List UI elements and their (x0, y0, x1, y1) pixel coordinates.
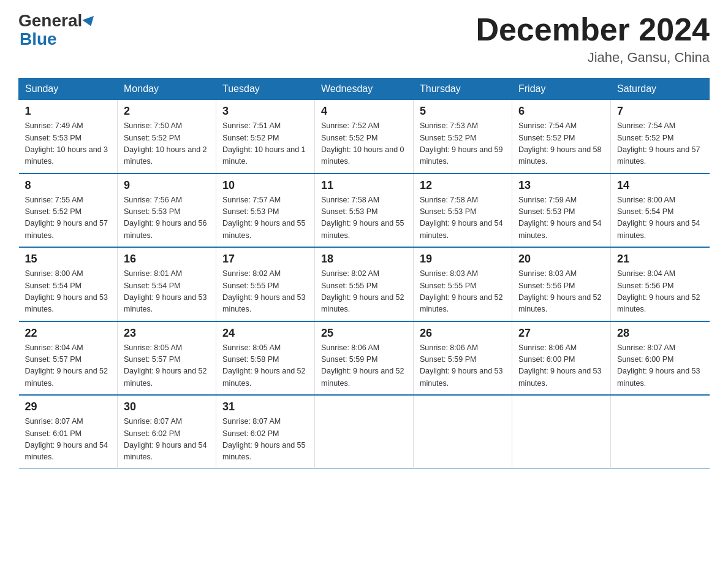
day-info: Sunrise: 8:03 AM Sunset: 5:56 PM Dayligh… (518, 268, 604, 316)
day-number: 1 (25, 105, 112, 118)
table-row: 11 Sunrise: 7:58 AM Sunset: 5:53 PM Dayl… (315, 174, 414, 248)
day-number: 6 (518, 105, 604, 118)
day-info: Sunrise: 8:07 AM Sunset: 6:02 PM Dayligh… (124, 416, 210, 464)
day-info: Sunrise: 8:01 AM Sunset: 5:54 PM Dayligh… (124, 268, 210, 316)
col-monday: Monday (118, 79, 216, 100)
calendar-header-row: Sunday Monday Tuesday Wednesday Thursday… (19, 79, 710, 100)
day-number: 9 (124, 179, 210, 192)
day-number: 10 (222, 179, 308, 192)
day-number: 15 (25, 253, 112, 266)
col-tuesday: Tuesday (216, 79, 315, 100)
day-info: Sunrise: 8:06 AM Sunset: 5:59 PM Dayligh… (420, 342, 506, 390)
table-row: 17 Sunrise: 8:02 AM Sunset: 5:55 PM Dayl… (216, 247, 315, 321)
table-row: 7 Sunrise: 7:54 AM Sunset: 5:52 PM Dayli… (611, 100, 710, 174)
table-row: 9 Sunrise: 7:56 AM Sunset: 5:53 PM Dayli… (118, 174, 216, 248)
day-info: Sunrise: 8:00 AM Sunset: 5:54 PM Dayligh… (25, 268, 112, 316)
table-row (315, 395, 414, 469)
col-wednesday: Wednesday (315, 79, 414, 100)
logo: General Blue (18, 12, 96, 49)
calendar-week-row: 29 Sunrise: 8:07 AM Sunset: 6:01 PM Dayl… (19, 395, 710, 469)
col-friday: Friday (512, 79, 611, 100)
table-row: 22 Sunrise: 8:04 AM Sunset: 5:57 PM Dayl… (19, 321, 118, 396)
day-number: 29 (25, 400, 112, 413)
page-header: General Blue December 2024 Jiahe, Gansu,… (18, 12, 710, 66)
day-number: 12 (420, 179, 506, 192)
table-row: 20 Sunrise: 8:03 AM Sunset: 5:56 PM Dayl… (512, 247, 611, 321)
table-row: 19 Sunrise: 8:03 AM Sunset: 5:55 PM Dayl… (414, 247, 512, 321)
day-info: Sunrise: 7:54 AM Sunset: 5:52 PM Dayligh… (518, 120, 604, 168)
day-number: 3 (222, 105, 308, 118)
table-row: 27 Sunrise: 8:06 AM Sunset: 6:00 PM Dayl… (512, 321, 611, 396)
day-number: 2 (124, 105, 210, 118)
day-info: Sunrise: 8:07 AM Sunset: 6:02 PM Dayligh… (222, 416, 308, 464)
day-info: Sunrise: 8:03 AM Sunset: 5:55 PM Dayligh… (420, 268, 506, 316)
col-saturday: Saturday (611, 79, 710, 100)
day-number: 28 (617, 327, 703, 340)
calendar-week-row: 8 Sunrise: 7:55 AM Sunset: 5:52 PM Dayli… (19, 174, 710, 248)
day-number: 24 (222, 327, 308, 340)
day-info: Sunrise: 7:50 AM Sunset: 5:52 PM Dayligh… (124, 120, 210, 168)
day-number: 27 (518, 327, 604, 340)
day-info: Sunrise: 8:02 AM Sunset: 5:55 PM Dayligh… (222, 268, 308, 316)
day-number: 22 (25, 327, 112, 340)
table-row: 6 Sunrise: 7:54 AM Sunset: 5:52 PM Dayli… (512, 100, 611, 174)
day-info: Sunrise: 7:49 AM Sunset: 5:53 PM Dayligh… (25, 120, 112, 168)
table-row: 24 Sunrise: 8:05 AM Sunset: 5:58 PM Dayl… (216, 321, 315, 396)
day-info: Sunrise: 8:07 AM Sunset: 6:00 PM Dayligh… (617, 342, 703, 390)
day-number: 11 (321, 179, 407, 192)
title-block: December 2024 Jiahe, Gansu, China (476, 12, 710, 66)
table-row: 3 Sunrise: 7:51 AM Sunset: 5:52 PM Dayli… (216, 100, 315, 174)
day-info: Sunrise: 7:55 AM Sunset: 5:52 PM Dayligh… (25, 194, 112, 242)
day-info: Sunrise: 7:58 AM Sunset: 5:53 PM Dayligh… (420, 194, 506, 242)
day-number: 21 (617, 253, 703, 266)
day-number: 5 (420, 105, 506, 118)
day-info: Sunrise: 8:05 AM Sunset: 5:58 PM Dayligh… (222, 342, 308, 390)
day-info: Sunrise: 7:59 AM Sunset: 5:53 PM Dayligh… (518, 194, 604, 242)
day-info: Sunrise: 8:05 AM Sunset: 5:57 PM Dayligh… (124, 342, 210, 390)
day-number: 25 (321, 327, 407, 340)
table-row (414, 395, 512, 469)
day-number: 8 (25, 179, 112, 192)
day-info: Sunrise: 8:06 AM Sunset: 5:59 PM Dayligh… (321, 342, 407, 390)
day-number: 4 (321, 105, 407, 118)
table-row: 1 Sunrise: 7:49 AM Sunset: 5:53 PM Dayli… (19, 100, 118, 174)
day-number: 16 (124, 253, 210, 266)
logo-text: General (18, 12, 96, 29)
day-info: Sunrise: 8:07 AM Sunset: 6:01 PM Dayligh… (25, 416, 112, 464)
table-row: 12 Sunrise: 7:58 AM Sunset: 5:53 PM Dayl… (414, 174, 512, 248)
day-number: 23 (124, 327, 210, 340)
day-number: 17 (222, 253, 308, 266)
day-info: Sunrise: 7:56 AM Sunset: 5:53 PM Dayligh… (124, 194, 210, 242)
table-row (611, 395, 710, 469)
table-row: 21 Sunrise: 8:04 AM Sunset: 5:56 PM Dayl… (611, 247, 710, 321)
calendar-table: Sunday Monday Tuesday Wednesday Thursday… (18, 78, 710, 469)
day-number: 7 (617, 105, 703, 118)
day-info: Sunrise: 7:57 AM Sunset: 5:53 PM Dayligh… (222, 194, 308, 242)
table-row: 31 Sunrise: 8:07 AM Sunset: 6:02 PM Dayl… (216, 395, 315, 469)
day-number: 26 (420, 327, 506, 340)
table-row: 25 Sunrise: 8:06 AM Sunset: 5:59 PM Dayl… (315, 321, 414, 396)
table-row: 5 Sunrise: 7:53 AM Sunset: 5:52 PM Dayli… (414, 100, 512, 174)
table-row: 15 Sunrise: 8:00 AM Sunset: 5:54 PM Dayl… (19, 247, 118, 321)
table-row: 14 Sunrise: 8:00 AM Sunset: 5:54 PM Dayl… (611, 174, 710, 248)
table-row: 30 Sunrise: 8:07 AM Sunset: 6:02 PM Dayl… (118, 395, 216, 469)
day-number: 20 (518, 253, 604, 266)
logo-blue: Blue (20, 29, 57, 48)
col-sunday: Sunday (19, 79, 118, 100)
day-info: Sunrise: 8:06 AM Sunset: 6:00 PM Dayligh… (518, 342, 604, 390)
day-info: Sunrise: 7:54 AM Sunset: 5:52 PM Dayligh… (617, 120, 703, 168)
location: Jiahe, Gansu, China (476, 50, 710, 66)
day-info: Sunrise: 7:58 AM Sunset: 5:53 PM Dayligh… (321, 194, 407, 242)
day-number: 31 (222, 400, 308, 413)
table-row: 18 Sunrise: 8:02 AM Sunset: 5:55 PM Dayl… (315, 247, 414, 321)
table-row (512, 395, 611, 469)
table-row: 28 Sunrise: 8:07 AM Sunset: 6:00 PM Dayl… (611, 321, 710, 396)
day-info: Sunrise: 7:53 AM Sunset: 5:52 PM Dayligh… (420, 120, 506, 168)
table-row: 4 Sunrise: 7:52 AM Sunset: 5:52 PM Dayli… (315, 100, 414, 174)
calendar-week-row: 15 Sunrise: 8:00 AM Sunset: 5:54 PM Dayl… (19, 247, 710, 321)
day-info: Sunrise: 8:02 AM Sunset: 5:55 PM Dayligh… (321, 268, 407, 316)
day-info: Sunrise: 7:51 AM Sunset: 5:52 PM Dayligh… (222, 120, 308, 168)
table-row: 23 Sunrise: 8:05 AM Sunset: 5:57 PM Dayl… (118, 321, 216, 396)
table-row: 10 Sunrise: 7:57 AM Sunset: 5:53 PM Dayl… (216, 174, 315, 248)
day-info: Sunrise: 7:52 AM Sunset: 5:52 PM Dayligh… (321, 120, 407, 168)
